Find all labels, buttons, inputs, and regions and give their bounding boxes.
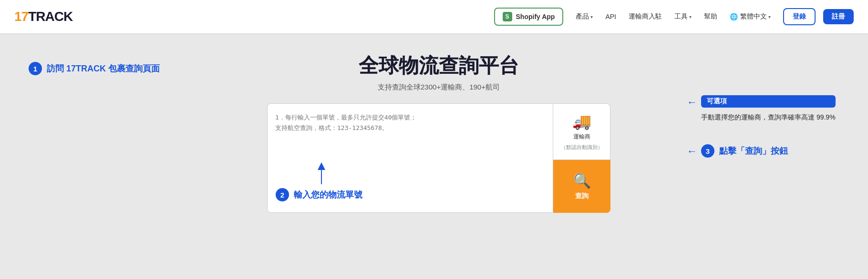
query-button[interactable]: 🔍 查詢 — [553, 160, 610, 213]
header: 17TRACK S Shopify App 產品 ▾ API 運輸商入駐 工具 … — [0, 0, 868, 33]
carrier-sub-label: （默認自動識別） — [561, 144, 603, 151]
nav-language[interactable]: 🌐 繁體中文 ▾ — [725, 10, 775, 24]
header-right: S Shopify App 產品 ▾ API 運輸商入駐 工具 ▾ 幫助 🌐 — [494, 8, 854, 26]
truck-icon: 🚚 — [572, 112, 591, 130]
logo: 17TRACK — [14, 9, 72, 24]
shopify-app-button[interactable]: S Shopify App — [494, 8, 564, 26]
query-label: 查詢 — [575, 192, 589, 200]
chevron-down-icon-lang: ▾ — [768, 14, 771, 20]
arrow-up-container — [318, 162, 325, 184]
main-title: 全球物流查詢平台 — [359, 52, 519, 79]
nav-links: 產品 ▾ API 運輸商入駐 工具 ▾ 幫助 🌐 繁體中文 ▾ — [571, 10, 775, 24]
annotation-carrier-text: 手動選擇您的運輸商，查詢準確率高達 99.9% — [701, 112, 836, 122]
left-section: 1 訪問 17TRACK 包裹查詢頁面 — [29, 52, 191, 213]
nav-api[interactable]: API — [600, 10, 621, 23]
chevron-down-icon: ▾ — [590, 14, 593, 20]
login-button[interactable]: 登錄 — [783, 8, 816, 25]
nav-tools[interactable]: 工具 ▾ — [670, 10, 696, 24]
nav-products[interactable]: 產品 ▾ — [571, 10, 598, 24]
nav-carrier[interactable]: 運輸商入駐 — [624, 10, 667, 24]
step3-number: 3 — [701, 144, 714, 158]
annotation-block: 可選項 手動選擇您的運輸商，查詢準確率高達 99.9% — [701, 95, 836, 137]
globe-icon: 🌐 — [730, 13, 738, 20]
center-section: 全球物流查詢平台 支持查詢全球2300+運輸商、190+航司 🚚 運輸商 （默認… — [191, 52, 687, 213]
step1-label: 訪問 17TRACK 包裹查詢頁面 — [47, 63, 160, 74]
search-icon: 🔍 — [573, 172, 591, 189]
step2-annotation: 2 輸入您的物流單號 — [276, 162, 362, 201]
arrow-up-icon — [318, 162, 325, 170]
step2-row: 2 輸入您的物流單號 — [276, 188, 362, 201]
step2-number: 2 — [276, 188, 289, 201]
carrier-button[interactable]: 🚚 運輸商 （默認自動識別） — [553, 103, 610, 160]
step2-label: 輸入您的物流單號 — [294, 189, 362, 200]
step1-number: 1 — [29, 62, 42, 75]
optional-annotation: ← 可選項 手動選擇您的運輸商，查詢準確率高達 99.9% — [687, 95, 839, 137]
carrier-label: 運輸商 — [573, 133, 590, 141]
chevron-down-icon-tools: ▾ — [689, 14, 692, 20]
logo-17: 17 — [14, 9, 28, 24]
step3-label: 點擊「查詢」按鈕 — [719, 145, 788, 157]
shopify-icon: S — [503, 12, 512, 21]
arrow-left-icon-step3: ← — [687, 145, 697, 158]
main-content: 1 訪問 17TRACK 包裹查詢頁面 全球物流查詢平台 支持查詢全球2300+… — [0, 33, 868, 232]
search-wrapper: 🚚 運輸商 （默認自動識別） 🔍 查詢 2 — [267, 103, 610, 213]
step3-annotation: ← 3 點擊「查詢」按鈕 — [687, 144, 839, 158]
step3-badge: 3 點擊「查詢」按鈕 — [701, 144, 788, 158]
optional-tag: 可選項 — [701, 95, 836, 108]
nav-help[interactable]: 幫助 — [699, 10, 722, 24]
shopify-btn-label: Shopify App — [516, 13, 555, 20]
step1-badge: 1 訪問 17TRACK 包裹查詢頁面 — [29, 62, 160, 75]
arrow-line — [321, 170, 322, 184]
signup-button[interactable]: 註冊 — [823, 9, 854, 24]
arrow-left-icon: ← — [687, 96, 697, 109]
sidebar-buttons: 🚚 運輸商 （默認自動識別） 🔍 查詢 — [553, 103, 610, 213]
logo-track: TRACK — [28, 9, 72, 24]
sub-title: 支持查詢全球2300+運輸商、190+航司 — [378, 83, 500, 92]
right-section: ← 可選項 手動選擇您的運輸商，查詢準確率高達 99.9% ← 3 點擊「查詢」… — [687, 52, 839, 213]
